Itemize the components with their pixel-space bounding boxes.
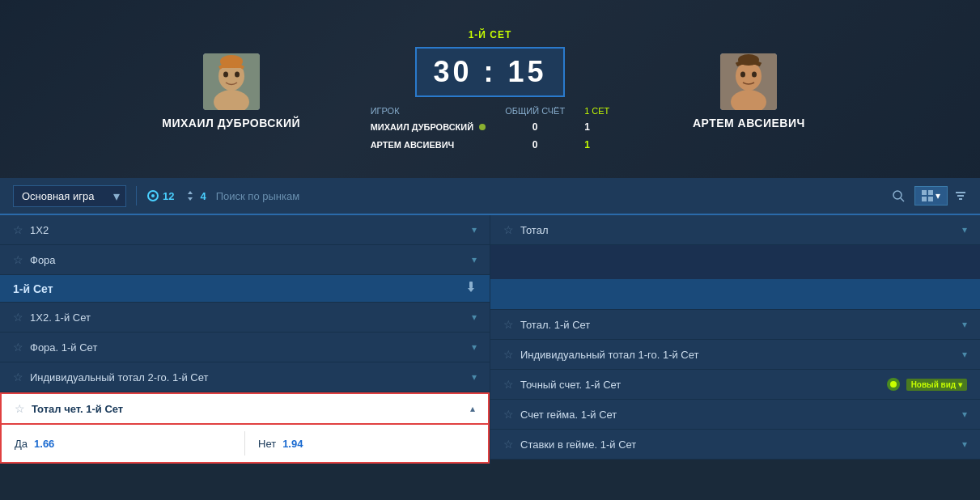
chevron-1x2: ▾ [472, 224, 477, 235]
sort-icon-btn[interactable]: 4 [184, 189, 206, 202]
market-total-label: Тотал [520, 224, 956, 236]
toolbar-divider-1 [136, 186, 137, 206]
player1-name: МИХАИЛ ДУБРОВСКИЙ [162, 117, 300, 129]
bet-no[interactable]: Нет 1.94 [258, 438, 475, 450]
svg-point-26 [890, 381, 897, 388]
circle-icon-btn[interactable]: 12 [146, 189, 174, 202]
star-1x2-set[interactable]: ☆ [13, 311, 23, 324]
star-ind-total-2[interactable]: ☆ [13, 371, 23, 383]
svg-point-10 [752, 71, 757, 77]
svg-point-14 [893, 191, 902, 199]
search-area [216, 189, 905, 202]
player2-set1: 1 [575, 136, 619, 154]
filter-icon [954, 189, 967, 202]
grid-icon [922, 190, 933, 201]
svg-point-7 [736, 61, 762, 91]
filter-btn[interactable] [954, 189, 967, 202]
pin-icon [465, 282, 477, 295]
player1-score-name: МИХАИЛ ДУБРОВСКИЙ [361, 118, 496, 136]
grid-view-btn[interactable]: ▾ [914, 186, 948, 206]
market-exact-score[interactable]: ☆ Точный счет. 1-й Сет Новый вид ▾ [490, 370, 980, 400]
star-1x2[interactable]: ☆ [13, 223, 23, 236]
player1-avatar [203, 53, 260, 110]
section-title: 1-й Сет [13, 282, 53, 295]
market-fora-set[interactable]: ☆ Фора. 1-й Сет ▾ [0, 333, 490, 362]
svg-rect-17 [928, 190, 933, 195]
chevron-total-set: ▾ [962, 319, 967, 330]
chevron-bets-game: ▾ [962, 439, 967, 450]
market-ind-total-1-label: Индивидуальный тотал 1-го. 1-й Сет [520, 349, 956, 361]
star-bets-game[interactable]: ☆ [503, 438, 514, 451]
bet-odds-row: Да 1.66 Нет 1.94 [0, 425, 490, 464]
section-header-placeholder [490, 279, 980, 310]
player2-info: АРТЕМ АВСИЕВИЧ [668, 53, 829, 129]
market-fora-set-label: Фора. 1-й Сет [30, 341, 465, 354]
market-1x2-label: 1Х2 [30, 224, 465, 236]
svg-rect-19 [928, 197, 933, 201]
star-fora-set[interactable]: ☆ [13, 341, 23, 354]
score-table: ИГРОК ОБЩИЙ СЧЁТ 1 СЕТ МИХАИЛ ДУБРОВСКИЙ… [361, 104, 620, 154]
star-ind-total-1[interactable]: ☆ [503, 348, 514, 361]
new-view-area: Новый вид ▾ [887, 378, 967, 391]
player1-total: 0 [495, 118, 575, 136]
star-score-game[interactable]: ☆ [503, 408, 514, 421]
game-type-select-wrap[interactable]: Основная игра [13, 185, 126, 207]
market-score-game[interactable]: ☆ Счет гейма. 1-й Сет ▾ [490, 400, 980, 430]
market-exact-score-label: Точный счет. 1-й Сет [520, 379, 880, 391]
star-exact-score[interactable]: ☆ [503, 378, 514, 391]
bet-yes[interactable]: Да 1.66 [15, 438, 231, 450]
col-total: ОБЩИЙ СЧЁТ [495, 104, 575, 118]
score-box: 30 : 15 [415, 47, 564, 97]
bet-yes-label: Да [15, 438, 28, 450]
new-view-badge[interactable]: Новый вид ▾ [906, 379, 967, 391]
svg-rect-16 [922, 190, 927, 195]
toolbar-right: ▾ [914, 186, 967, 206]
chevron-ind-total-1: ▾ [962, 349, 967, 360]
market-ind-total-1[interactable]: ☆ Индивидуальный тотал 1-го. 1-й Сет ▾ [490, 340, 980, 370]
market-bets-game[interactable]: ☆ Ставки в гейме. 1-й Сет ▾ [490, 430, 980, 460]
col-set1: 1 СЕТ [575, 104, 619, 118]
svg-point-13 [151, 194, 155, 197]
player2-score-name: АРТЕМ АВСИЕВИЧ [361, 136, 496, 154]
sort-icon [184, 189, 197, 202]
sort-count: 4 [200, 190, 206, 202]
svg-point-3 [223, 71, 228, 77]
grid-chevron: ▾ [935, 190, 940, 201]
market-1x2-set-label: 1Х2. 1-й Сет [30, 311, 465, 324]
market-1x2[interactable]: ☆ 1Х2 ▾ [0, 215, 490, 245]
betting-area: ☆ 1Х2 ▾ ☆ Фора ▾ 1-й Сет ☆ 1Х2. 1-й Сет [0, 215, 980, 464]
market-total-set-label: Тотал. 1-й Сет [520, 319, 956, 331]
star-total-chet[interactable]: ☆ [15, 402, 25, 415]
svg-point-11 [738, 54, 759, 66]
bet-no-label: Нет [258, 438, 276, 450]
search-input[interactable] [216, 190, 885, 202]
star-total-set[interactable]: ☆ [503, 318, 514, 331]
game-type-select[interactable]: Основная игра [13, 185, 126, 207]
market-ind-total-2[interactable]: ☆ Индивидуальный тотал 2-го. 1-й Сет ▾ [0, 362, 490, 392]
col-player: ИГРОК [361, 104, 496, 118]
bet-divider [244, 431, 245, 456]
chevron-score-game: ▾ [962, 409, 967, 420]
svg-marker-24 [468, 288, 474, 292]
star-fora[interactable]: ☆ [13, 253, 23, 266]
search-icon [892, 189, 905, 202]
market-total-set[interactable]: ☆ Тотал. 1-й Сет ▾ [490, 310, 980, 340]
market-score-game-label: Счет гейма. 1-й Сет [520, 409, 956, 421]
bet-no-odds: 1.94 [282, 438, 303, 450]
market-total-chet[interactable]: ☆ Тотал чет. 1-й Сет ▴ [0, 392, 490, 425]
market-total[interactable]: ☆ Тотал ▾ [490, 215, 980, 245]
chevron-1x2-set: ▾ [472, 311, 477, 323]
bet-yes-odds: 1.66 [34, 438, 54, 450]
chevron-total: ▾ [962, 224, 967, 235]
market-fora[interactable]: ☆ Фора ▾ [0, 245, 490, 275]
market-total-chet-label: Тотал чет. 1-й Сет [32, 403, 464, 415]
serve-dot [479, 124, 486, 130]
star-total[interactable]: ☆ [503, 223, 514, 236]
gray-placeholder [490, 245, 980, 279]
svg-rect-18 [922, 197, 927, 201]
leaf-icon [889, 380, 897, 388]
right-column: ☆ Тотал ▾ ☆ Тотал. 1-й Сет ▾ ☆ Индивидуа… [490, 215, 980, 464]
market-1x2-set[interactable]: ☆ 1Х2. 1-й Сет ▾ [0, 303, 490, 333]
match-header: МИХАИЛ ДУБРОВСКИЙ 1-Й СЕТ 30 : 15 ИГРОК … [0, 0, 980, 178]
set-label: 1-Й СЕТ [469, 29, 512, 40]
